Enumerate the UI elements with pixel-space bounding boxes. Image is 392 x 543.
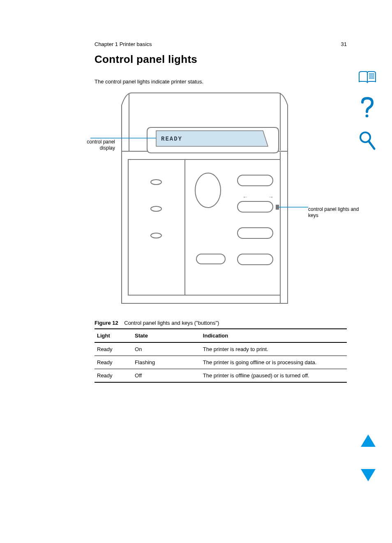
svg-rect-25 bbox=[196, 254, 225, 264]
col-state: State bbox=[132, 329, 201, 342]
nav-down-icon[interactable] bbox=[360, 468, 376, 484]
svg-point-17 bbox=[151, 233, 161, 238]
figure: control panel display control panel ligh… bbox=[90, 90, 347, 312]
page-nav bbox=[360, 434, 376, 484]
col-light: Light bbox=[95, 329, 132, 342]
svg-rect-20 bbox=[238, 201, 273, 212]
lcd-status-text: READY bbox=[161, 136, 182, 142]
table-row: Ready Flashing The printer is going offl… bbox=[95, 356, 347, 369]
breadcrumb: Chapter 1 Printer basics bbox=[95, 41, 347, 47]
lights-table: Light State Indication Ready On The prin… bbox=[95, 328, 347, 383]
intro-text: The control panel lights indicate printe… bbox=[95, 78, 347, 85]
figure-id: Figure 12 bbox=[95, 320, 118, 326]
svg-point-18 bbox=[195, 173, 221, 208]
svg-point-16 bbox=[151, 206, 161, 211]
svg-text:←: ← bbox=[242, 194, 248, 200]
svg-point-15 bbox=[151, 180, 161, 185]
nav-up-icon[interactable] bbox=[360, 434, 376, 449]
page-number: 31 bbox=[341, 41, 347, 47]
svg-rect-24 bbox=[238, 254, 273, 265]
svg-marker-9 bbox=[361, 469, 376, 481]
table-row: Ready Off The printer is offline (paused… bbox=[95, 369, 347, 382]
svg-text:→: → bbox=[268, 194, 274, 200]
svg-rect-19 bbox=[238, 175, 273, 186]
callout-display: control panel display bbox=[86, 139, 115, 151]
svg-rect-23 bbox=[238, 228, 273, 238]
callout-keys: control panel lights and keys bbox=[308, 206, 362, 219]
svg-rect-28 bbox=[276, 205, 279, 210]
printer-illustration: ← → bbox=[90, 90, 353, 312]
page-content: Chapter 1 Printer basics 31 Control pane… bbox=[0, 0, 392, 383]
figure-caption: Control panel lights and keys ("buttons"… bbox=[124, 320, 219, 326]
table-row: Ready On The printer is ready to print. bbox=[95, 342, 347, 356]
col-indication: Indication bbox=[201, 329, 347, 342]
svg-marker-8 bbox=[361, 434, 376, 447]
page-title: Control panel lights bbox=[95, 53, 347, 66]
